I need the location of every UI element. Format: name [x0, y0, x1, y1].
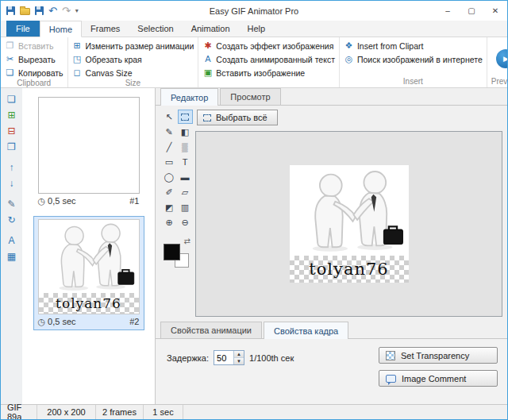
gradient-tool[interactable]: ▥ [178, 200, 193, 214]
search-images-web-button[interactable]: ◎ Поиск изображений в интернете [342, 53, 484, 65]
preview-play-button[interactable]: ▶ [496, 49, 508, 68]
create-animated-text-button[interactable]: A Создать анимированный текст [201, 53, 337, 65]
open-folder-icon [20, 8, 30, 15]
delete-frame-icon[interactable]: ⊟ [4, 124, 20, 137]
copy-label: Копировать [18, 68, 64, 78]
tab-selection[interactable]: Selection [129, 21, 182, 37]
text-tool[interactable]: T [178, 155, 193, 169]
pattern-tool[interactable]: ◩ [162, 200, 177, 214]
add-frame-icon[interactable]: ⊞ [4, 108, 20, 121]
frame-item-1[interactable]: ◷0,5 sec #1 [33, 94, 144, 209]
close-button[interactable]: ✕ [483, 1, 507, 21]
frame-property-buttons: Set Transparency Image Comment [379, 347, 498, 387]
properties-tabs: Свойства анимации Свойства кадра [156, 322, 507, 338]
frame-item-2[interactable]: tolyan76 ◷0,5 sec #2 [33, 216, 144, 330]
maximize-button[interactable]: ▢ [460, 1, 483, 21]
color-swatches[interactable]: ⇄ [164, 242, 189, 268]
zoom-in-tool[interactable]: ⊕ [162, 215, 177, 229]
selection-tool[interactable] [178, 110, 193, 124]
frame-2-thumbnail[interactable]: tolyan76 [38, 219, 140, 314]
brush-tool[interactable]: ✎ [162, 125, 177, 139]
cut-button[interactable]: ✂ Вырезать [3, 53, 65, 65]
set-transparency-button[interactable]: Set Transparency [379, 347, 498, 364]
create-effect-label: Создать эффект изображения [216, 41, 333, 51]
clipart-icon: ❖ [344, 41, 354, 50]
line-tool[interactable]: ╱ [162, 140, 177, 154]
delay-spin-up[interactable]: ▲ [234, 351, 244, 358]
editor-canvas[interactable]: tolyan76 [195, 131, 502, 317]
insert-image-button[interactable]: ▣ Вставить изображение [201, 67, 337, 79]
create-group-label [201, 86, 337, 87]
frame-1-thumbnail[interactable] [38, 97, 140, 194]
canvas-image[interactable]: tolyan76 [290, 165, 409, 283]
resize-animation-button[interactable]: ⊞ Изменить размер анимации [71, 40, 196, 52]
frames-grid-icon[interactable]: ▦ [4, 249, 20, 263]
delay-input[interactable] [214, 351, 233, 364]
cursor-tool[interactable]: ↖ [162, 110, 177, 124]
canvas-column: Выбрать всё tolyan76 [195, 110, 502, 317]
add-text-frame-icon[interactable]: A [4, 233, 20, 247]
title-bar: Easy GIF Animator Pro ↶ ↷ ▾ – ▢ ✕ [1, 1, 507, 21]
minimize-button[interactable]: – [436, 1, 460, 21]
status-bar: GIF 89a 200 x 200 2 frames 1 sec [1, 404, 507, 419]
image-comment-button[interactable]: Image Comment [379, 370, 498, 387]
status-duration: 1 sec [144, 405, 183, 419]
create-effect-button[interactable]: ✱ Создать эффект изображения [201, 40, 337, 52]
edit-frame-icon[interactable]: ✎ [4, 197, 20, 210]
paste-button[interactable]: ❐ Вставить [3, 40, 65, 52]
open-button[interactable] [20, 5, 30, 17]
tab-editor[interactable]: Редактор [160, 88, 218, 106]
select-all-label: Выбрать всё [216, 113, 267, 122]
move-frame-up-icon[interactable]: ↑ [4, 160, 20, 174]
eraser-tool[interactable]: ▱ [178, 185, 193, 199]
add-image-frame-icon[interactable]: ❏ [4, 92, 20, 106]
frame-2-duration: ◷0,5 sec [38, 317, 76, 327]
save-button[interactable] [6, 5, 15, 17]
frame-1-info: ◷0,5 sec #1 [38, 196, 140, 206]
tab-help[interactable]: Help [239, 21, 275, 37]
zoom-out-tool[interactable]: ⊖ [178, 215, 193, 229]
duplicate-frame-icon[interactable]: ❐ [4, 140, 20, 153]
resize-icon: ⊞ [72, 41, 83, 50]
tab-home[interactable]: Home [40, 21, 82, 37]
redo-button[interactable]: ↷ [62, 5, 71, 17]
tab-animation-properties[interactable]: Свойства анимации [160, 322, 262, 338]
reverse-frames-icon[interactable]: ↻ [4, 213, 20, 226]
tab-preview[interactable]: Просмотр [220, 88, 280, 105]
tab-frame-properties[interactable]: Свойства кадра [264, 322, 348, 339]
select-all-button[interactable]: Выбрать всё [197, 110, 278, 125]
insert-group-label: Insert [342, 77, 484, 87]
tool-palette: ↖ ✎ ◧ ╱ ▒ ▭ T ◯ ▬ ✐ ▱ ◩ ▥ ⊕ [159, 110, 195, 317]
crop-icon: ◳ [72, 55, 83, 64]
rounded-rect-tool[interactable]: ▬ [178, 170, 193, 184]
delay-unit-label: 1/100th сек [249, 353, 294, 363]
preview-group-label: Preview [490, 77, 508, 87]
ribbon-tab-bar: File Home Frames Selection Animation Hel… [1, 21, 507, 37]
tab-frames[interactable]: Frames [82, 21, 129, 37]
delay-spin-down[interactable]: ▼ [234, 358, 244, 364]
canvas-size-button[interactable]: ◻ Canvas Size [71, 67, 196, 79]
delay-stepper: ▲ ▼ [214, 350, 244, 365]
file-menu-button[interactable]: File [6, 21, 40, 37]
spray-tool[interactable]: ▒ [178, 140, 193, 154]
copy-button[interactable]: ❏ Копировать [3, 67, 65, 79]
ellipse-tool[interactable]: ◯ [162, 170, 177, 184]
quick-access-toolbar: ↶ ↷ ▾ [1, 5, 79, 17]
quick-access-more-button[interactable]: ▾ [75, 5, 79, 17]
move-frame-down-icon[interactable]: ↓ [4, 176, 20, 190]
rectangle-tool[interactable]: ▭ [162, 155, 177, 169]
foreground-color-swatch[interactable] [164, 244, 180, 260]
fill-tool[interactable]: ◧ [178, 125, 193, 139]
canvas-caption-text: tolyan76 [309, 260, 388, 279]
crop-button[interactable]: ◳ Обрезать края [71, 53, 196, 65]
frame-toolbar: ❏ ⊞ ⊟ ❐ ↑ ↓ ✎ ↻ A ▦ [1, 88, 22, 404]
undo-button[interactable]: ↶ [48, 5, 57, 17]
save-as-button[interactable] [35, 5, 44, 17]
eyedropper-tool[interactable]: ✐ [162, 185, 177, 199]
image-comment-label: Image Comment [402, 374, 466, 383]
app-window: Easy GIF Animator Pro ↶ ↷ ▾ – ▢ ✕ File H… [0, 0, 508, 420]
tab-animation[interactable]: Animation [183, 21, 239, 37]
clock-icon: ◷ [38, 317, 46, 326]
insert-from-clipart-button[interactable]: ❖ Insert from Clipart [342, 40, 484, 52]
swap-colors-icon[interactable]: ⇄ [184, 237, 190, 245]
